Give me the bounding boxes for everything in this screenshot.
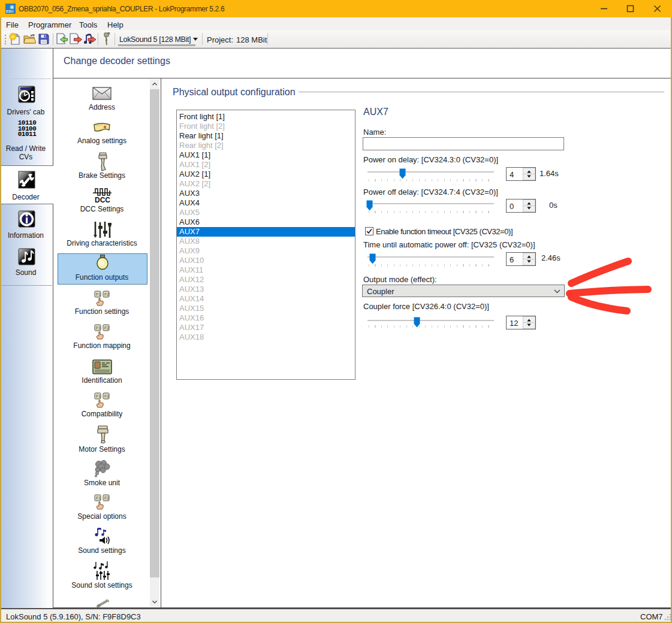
svg-text:F1: F1 bbox=[96, 394, 101, 398]
svg-text:F2: F2 bbox=[104, 326, 109, 330]
svg-text:F1: F1 bbox=[96, 292, 101, 297]
svg-text:F2: F2 bbox=[104, 496, 109, 500]
svg-text:ESU: ESU bbox=[6, 10, 13, 13]
svg-text:F2: F2 bbox=[104, 394, 109, 398]
svg-text:F2: F2 bbox=[104, 292, 109, 297]
svg-text:F1: F1 bbox=[96, 496, 101, 500]
svg-text:F1: F1 bbox=[96, 326, 101, 330]
